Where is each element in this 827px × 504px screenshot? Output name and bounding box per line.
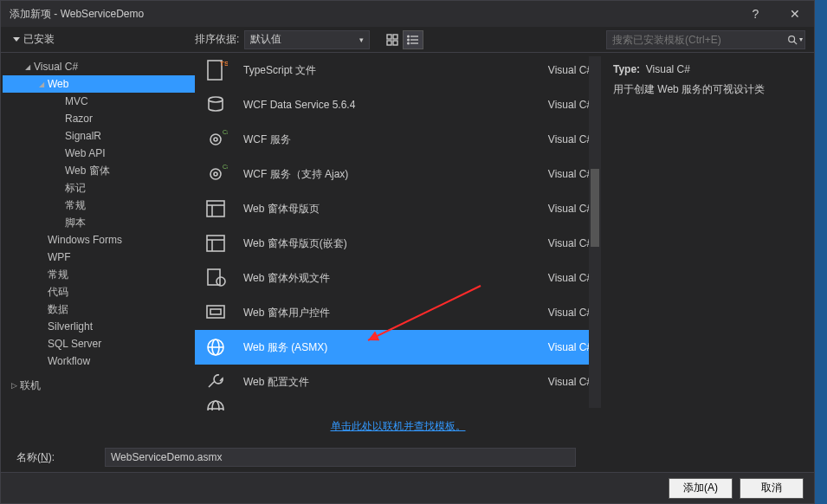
- tree-item[interactable]: Workflow: [3, 352, 195, 370]
- tree-item[interactable]: ◢Web: [3, 75, 195, 93]
- name-input[interactable]: WebServiceDemo.asmx: [105, 448, 576, 467]
- tree-item-label: MVC: [65, 95, 88, 107]
- svg-point-7: [408, 36, 410, 37]
- template-row[interactable]: Web 窗体母版页(嵌套)Visual C#: [195, 226, 601, 261]
- tree-item[interactable]: SQL Server: [3, 335, 195, 352]
- tree-item[interactable]: 数据: [3, 300, 195, 318]
- svg-rect-30: [210, 309, 221, 314]
- tree-item-label: SQL Server: [48, 338, 101, 350]
- tree-item-label: 数据: [48, 302, 68, 317]
- svg-rect-21: [207, 201, 224, 216]
- tree-item[interactable]: ◢Visual C#: [3, 58, 195, 75]
- tree-item[interactable]: WPF: [3, 249, 195, 266]
- control-icon: [204, 300, 228, 325]
- tree-item[interactable]: 标记: [3, 179, 195, 197]
- close-button[interactable]: ✕: [775, 1, 814, 27]
- name-row: 名称(N): WebServiceDemo.asmx: [1, 443, 814, 472]
- tree-item[interactable]: 脚本: [3, 214, 195, 231]
- svg-line-11: [794, 41, 797, 43]
- template-row[interactable]: Web 服务 (ASMX)Visual C#: [195, 330, 601, 365]
- svg-point-19: [214, 172, 217, 176]
- tree-item-label: Web 窗体: [65, 164, 110, 178]
- template-row-partial[interactable]: [195, 399, 601, 410]
- tree-item[interactable]: 常规: [3, 197, 195, 214]
- template-row[interactable]: WCF Data Service 5.6.4Visual C#: [195, 87, 601, 122]
- template-lang: Visual C#: [523, 168, 592, 180]
- skin-icon: [204, 266, 228, 290]
- template-name: Web 窗体母版页(嵌套): [243, 236, 523, 251]
- gear-cs-icon: C#: [204, 127, 228, 152]
- tree-item-label: 联机: [20, 378, 41, 393]
- category-tree[interactable]: ◢Visual C#◢WebMVCRazorSignalRWeb APIWeb …: [1, 53, 195, 443]
- tree-item-label: SignalR: [65, 130, 101, 142]
- wcf-data-icon: [204, 93, 228, 117]
- template-lang: Visual C#: [523, 99, 592, 111]
- template-lang: Visual C#: [523, 341, 592, 353]
- gear-cs-icon: C#: [204, 162, 228, 186]
- caret-icon: ◢: [22, 63, 34, 71]
- caret-down-icon: [13, 37, 20, 42]
- search-box[interactable]: ▾: [606, 30, 805, 49]
- template-row[interactable]: Web 配置文件Visual C#: [195, 365, 601, 399]
- template-row[interactable]: Web 窗体用户控件Visual C#: [195, 295, 601, 330]
- view-grid-button[interactable]: [382, 30, 403, 49]
- online-link[interactable]: 单击此处以联机并查找模板。: [331, 420, 466, 432]
- tree-item-label: WPF: [48, 251, 71, 263]
- view-list-button[interactable]: [403, 30, 423, 49]
- template-lang: Visual C#: [523, 203, 592, 215]
- sort-dropdown[interactable]: 默认值 ▾: [244, 30, 370, 49]
- template-name: Web 服务 (ASMX): [243, 340, 523, 355]
- caret-icon: ▷: [8, 381, 20, 390]
- tree-item-label: Windows Forms: [48, 234, 122, 246]
- dialog-buttons: 添加(A) 取消: [1, 472, 814, 503]
- tree-item-label: Visual C#: [34, 61, 78, 73]
- detail-type-label: Type:: [613, 63, 640, 75]
- tree-item[interactable]: Silverlight: [3, 318, 195, 335]
- svg-point-16: [214, 138, 217, 141]
- tree-item-label: 常规: [48, 268, 68, 282]
- toolbar: 已安装 排序依据: 默认值 ▾ ▾: [1, 27, 814, 53]
- template-lang: Visual C#: [523, 237, 592, 249]
- tree-item[interactable]: 常规: [3, 266, 195, 283]
- detail-type-value: Visual C#: [646, 63, 690, 75]
- cancel-button[interactable]: 取消: [740, 478, 804, 499]
- tree-online[interactable]: ▷联机: [3, 377, 195, 394]
- add-button[interactable]: 添加(A): [669, 478, 733, 499]
- tree-item-label: Web API: [65, 147, 105, 159]
- tree-item[interactable]: 代码: [3, 283, 195, 300]
- template-name: Web 配置文件: [243, 375, 523, 390]
- sort-label: 排序依据:: [195, 32, 239, 47]
- tree-item[interactable]: Windows Forms: [3, 231, 195, 249]
- svg-point-8: [408, 39, 410, 41]
- svg-point-28: [216, 277, 225, 286]
- search-input[interactable]: [607, 34, 785, 46]
- help-button[interactable]: ?: [736, 1, 775, 27]
- svg-rect-29: [207, 306, 224, 318]
- template-row[interactable]: Web 窗体母版页Visual C#: [195, 191, 601, 226]
- tree-item-label: 标记: [65, 181, 86, 196]
- chevron-down-icon: ▾: [359, 36, 364, 44]
- tree-item[interactable]: Razor: [3, 110, 195, 127]
- template-row[interactable]: C#WCF 服务（支持 Ajax)Visual C#: [195, 157, 601, 191]
- tree-item[interactable]: MVC: [3, 93, 195, 110]
- scrollbar[interactable]: [589, 56, 601, 408]
- search-icon[interactable]: ▾: [785, 35, 804, 45]
- svg-point-14: [209, 97, 223, 102]
- svg-rect-27: [208, 269, 220, 285]
- installed-expander[interactable]: 已安装: [13, 32, 195, 47]
- template-row[interactable]: C#WCF 服务Visual C#: [195, 122, 601, 157]
- template-row[interactable]: Web 窗体外观文件Visual C#: [195, 261, 601, 295]
- tree-item[interactable]: SignalR: [3, 127, 195, 145]
- svg-rect-0: [387, 35, 391, 39]
- template-lang: Visual C#: [523, 307, 592, 319]
- svg-rect-2: [387, 41, 391, 45]
- template-row[interactable]: TSTypeScript 文件Visual C#: [195, 53, 601, 87]
- template-lang: Visual C#: [523, 64, 592, 76]
- globe-icon: [204, 335, 228, 359]
- template-name: WCF Data Service 5.6.4: [243, 99, 523, 111]
- template-list[interactable]: TSTypeScript 文件Visual C#WCF Data Service…: [195, 53, 601, 410]
- tree-item[interactable]: Web 窗体: [3, 162, 195, 179]
- tree-item[interactable]: Web API: [3, 145, 195, 162]
- scrollbar-thumb[interactable]: [591, 169, 599, 247]
- template-name: TypeScript 文件: [243, 63, 523, 78]
